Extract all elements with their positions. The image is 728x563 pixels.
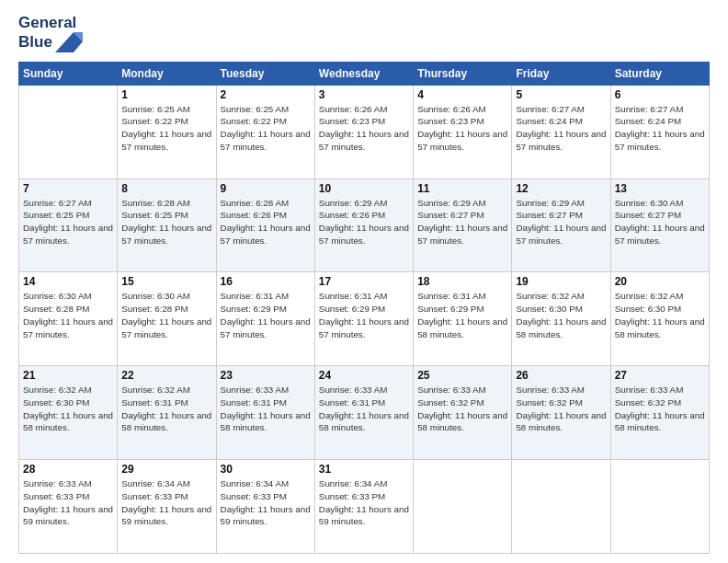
day-info: Sunrise: 6:30 AMSunset: 6:28 PMDaylight:… [121,290,211,340]
day-number: 16 [221,275,311,288]
day-number: 27 [615,369,705,382]
calendar-cell: 5Sunrise: 6:27 AMSunset: 6:24 PMDaylight… [512,85,610,178]
calendar-cell: 11Sunrise: 6:29 AMSunset: 6:27 PMDayligh… [414,178,512,272]
calendar-cell [610,460,709,554]
col-header-sunday: Sunday [19,62,118,85]
calendar-week-row: 28Sunrise: 6:33 AMSunset: 6:33 PMDayligh… [19,460,710,554]
day-info: Sunrise: 6:27 AMSunset: 6:25 PMDaylight:… [23,197,113,247]
calendar-cell: 30Sunrise: 6:34 AMSunset: 6:33 PMDayligh… [216,460,314,554]
calendar-cell: 20Sunrise: 6:32 AMSunset: 6:30 PMDayligh… [610,272,709,366]
calendar-cell: 2Sunrise: 6:25 AMSunset: 6:22 PMDaylight… [216,85,314,178]
day-info: Sunrise: 6:29 AMSunset: 6:27 PMDaylight:… [516,197,606,247]
logo: General Blue [18,15,83,52]
day-info: Sunrise: 6:33 AMSunset: 6:31 PMDaylight:… [221,384,311,434]
logo-blue: Blue [18,33,52,52]
calendar-cell: 1Sunrise: 6:25 AMSunset: 6:22 PMDaylight… [118,85,216,178]
day-number: 26 [516,369,606,382]
day-info: Sunrise: 6:32 AMSunset: 6:30 PMDaylight:… [615,290,705,340]
day-number: 8 [121,182,211,195]
day-info: Sunrise: 6:33 AMSunset: 6:31 PMDaylight:… [319,384,409,434]
day-number: 18 [417,275,507,288]
calendar-cell: 22Sunrise: 6:32 AMSunset: 6:31 PMDayligh… [118,366,216,460]
day-number: 1 [121,88,211,101]
col-header-wednesday: Wednesday [314,62,413,85]
day-number: 19 [516,275,606,288]
calendar-cell: 27Sunrise: 6:33 AMSunset: 6:32 PMDayligh… [610,366,709,460]
day-number: 21 [23,369,113,382]
calendar-cell: 16Sunrise: 6:31 AMSunset: 6:29 PMDayligh… [216,272,314,366]
calendar-table: SundayMondayTuesdayWednesdayThursdayFrid… [18,62,710,554]
day-number: 25 [417,369,507,382]
calendar-week-row: 14Sunrise: 6:30 AMSunset: 6:28 PMDayligh… [19,272,710,366]
day-info: Sunrise: 6:30 AMSunset: 6:27 PMDaylight:… [615,197,705,247]
day-number: 9 [221,182,311,195]
day-number: 22 [121,369,211,382]
page: General Blue SundayMondayTuesdayWednesda… [0,0,728,563]
day-info: Sunrise: 6:33 AMSunset: 6:33 PMDaylight:… [23,477,113,528]
day-info: Sunrise: 6:31 AMSunset: 6:29 PMDaylight:… [417,290,507,340]
calendar-cell: 19Sunrise: 6:32 AMSunset: 6:30 PMDayligh… [512,272,610,366]
col-header-tuesday: Tuesday [216,62,314,85]
day-info: Sunrise: 6:32 AMSunset: 6:30 PMDaylight:… [23,384,113,434]
day-info: Sunrise: 6:33 AMSunset: 6:32 PMDaylight:… [516,384,606,434]
day-info: Sunrise: 6:27 AMSunset: 6:24 PMDaylight:… [516,103,606,154]
day-info: Sunrise: 6:33 AMSunset: 6:32 PMDaylight:… [615,384,705,434]
calendar-cell: 17Sunrise: 6:31 AMSunset: 6:29 PMDayligh… [314,272,413,366]
day-info: Sunrise: 6:34 AMSunset: 6:33 PMDaylight:… [221,477,311,528]
day-number: 14 [23,275,113,288]
day-number: 5 [516,88,606,101]
day-number: 4 [417,88,507,101]
calendar-cell [19,85,118,178]
day-number: 10 [319,182,409,195]
calendar-cell [414,460,512,554]
day-number: 11 [417,182,507,195]
calendar-cell: 26Sunrise: 6:33 AMSunset: 6:32 PMDayligh… [512,366,610,460]
calendar-cell [512,460,610,554]
calendar-cell: 14Sunrise: 6:30 AMSunset: 6:28 PMDayligh… [19,272,118,366]
day-info: Sunrise: 6:28 AMSunset: 6:26 PMDaylight:… [221,197,311,247]
calendar-cell: 10Sunrise: 6:29 AMSunset: 6:26 PMDayligh… [314,178,413,272]
day-info: Sunrise: 6:25 AMSunset: 6:22 PMDaylight:… [121,103,211,154]
day-info: Sunrise: 6:27 AMSunset: 6:24 PMDaylight:… [615,103,705,154]
calendar-week-row: 7Sunrise: 6:27 AMSunset: 6:25 PMDaylight… [19,178,710,272]
day-number: 7 [23,182,113,195]
calendar-header-row: SundayMondayTuesdayWednesdayThursdayFrid… [19,62,710,85]
calendar-cell: 8Sunrise: 6:28 AMSunset: 6:25 PMDaylight… [118,178,216,272]
calendar-week-row: 1Sunrise: 6:25 AMSunset: 6:22 PMDaylight… [19,85,710,178]
day-number: 12 [516,182,606,195]
day-info: Sunrise: 6:25 AMSunset: 6:22 PMDaylight:… [221,103,311,154]
day-number: 15 [121,275,211,288]
calendar-cell: 29Sunrise: 6:34 AMSunset: 6:33 PMDayligh… [118,460,216,554]
col-header-monday: Monday [118,62,216,85]
day-number: 31 [319,463,409,476]
day-info: Sunrise: 6:28 AMSunset: 6:25 PMDaylight:… [121,197,211,247]
day-number: 30 [221,463,311,476]
calendar-cell: 13Sunrise: 6:30 AMSunset: 6:27 PMDayligh… [610,178,709,272]
logo-general: General [18,15,83,32]
calendar-cell: 24Sunrise: 6:33 AMSunset: 6:31 PMDayligh… [314,366,413,460]
day-info: Sunrise: 6:31 AMSunset: 6:29 PMDaylight:… [319,290,409,340]
day-info: Sunrise: 6:34 AMSunset: 6:33 PMDaylight:… [121,477,211,528]
day-number: 2 [221,88,311,101]
day-info: Sunrise: 6:30 AMSunset: 6:28 PMDaylight:… [23,290,113,340]
calendar-cell: 9Sunrise: 6:28 AMSunset: 6:26 PMDaylight… [216,178,314,272]
day-number: 29 [121,463,211,476]
calendar-cell: 21Sunrise: 6:32 AMSunset: 6:30 PMDayligh… [19,366,118,460]
day-number: 13 [615,182,705,195]
calendar-week-row: 21Sunrise: 6:32 AMSunset: 6:30 PMDayligh… [19,366,710,460]
calendar-cell: 4Sunrise: 6:26 AMSunset: 6:23 PMDaylight… [414,85,512,178]
day-info: Sunrise: 6:29 AMSunset: 6:27 PMDaylight:… [417,197,507,247]
calendar-cell: 23Sunrise: 6:33 AMSunset: 6:31 PMDayligh… [216,366,314,460]
day-number: 20 [615,275,705,288]
logo-icon [55,32,83,52]
day-number: 28 [23,463,113,476]
calendar-cell: 12Sunrise: 6:29 AMSunset: 6:27 PMDayligh… [512,178,610,272]
day-info: Sunrise: 6:29 AMSunset: 6:26 PMDaylight:… [319,197,409,247]
day-info: Sunrise: 6:31 AMSunset: 6:29 PMDaylight:… [221,290,311,340]
calendar-cell: 25Sunrise: 6:33 AMSunset: 6:32 PMDayligh… [414,366,512,460]
header: General Blue [18,15,710,52]
col-header-thursday: Thursday [414,62,512,85]
calendar-cell: 3Sunrise: 6:26 AMSunset: 6:23 PMDaylight… [314,85,413,178]
calendar-cell: 6Sunrise: 6:27 AMSunset: 6:24 PMDaylight… [610,85,709,178]
day-number: 6 [615,88,705,101]
